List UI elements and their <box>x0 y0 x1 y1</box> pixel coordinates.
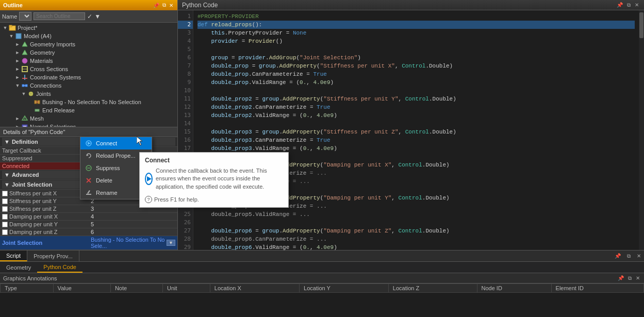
code-float-button[interactable]: ⧉ <box>626 2 632 8</box>
tree-area: ▼ Project* ▼ Model (A4) <box>0 23 177 127</box>
joint-sel-bottom-label: Joint Selection <box>0 236 89 250</box>
code-content[interactable]: #PROPERTY-PROVIDER def reload_props(): t… <box>193 10 639 250</box>
tree-item-coord-systems[interactable]: ► Coordinate Systems <box>0 73 177 81</box>
joint-sel-bottom-value[interactable]: Bushing - No Selection To No Sele... ▼ <box>89 236 177 250</box>
line-num-6: 6 <box>178 54 193 62</box>
sub-tab-geometry[interactable]: Geometry <box>0 262 37 273</box>
tree-item-named-selections[interactable]: ► Named Selections <box>0 123 177 127</box>
tree-item-model[interactable]: ▼ Model (A4) <box>0 32 177 40</box>
materials-icon <box>21 57 29 64</box>
expand-icon[interactable]: ► <box>14 116 21 121</box>
tree-label-joints: Joints <box>36 91 51 97</box>
expand-icon[interactable]: ▼ <box>14 83 21 88</box>
tab-script[interactable]: Script <box>0 251 27 261</box>
damping-y-value[interactable]: 5 <box>89 221 177 228</box>
name-dropdown[interactable] <box>19 12 31 21</box>
expand-icon[interactable]: ► <box>14 58 21 63</box>
line-num-4: 4 <box>178 37 193 45</box>
col-note[interactable]: Note <box>110 284 162 293</box>
tree-item-connections[interactable]: ▼ Connections <box>0 81 177 90</box>
col-element-id[interactable]: Element ID <box>551 284 643 293</box>
svg-rect-11 <box>25 85 27 87</box>
line-num-8: 8 <box>178 70 193 78</box>
tree-item-materials[interactable]: ► Materials <box>0 57 177 65</box>
line-num-17: 17 <box>178 144 193 153</box>
bottom-close-btn[interactable]: ✕ <box>634 251 644 261</box>
tree-item-joints[interactable]: ▼ Joints <box>0 90 177 98</box>
joint-selection-label: Joint Selection <box>12 181 52 188</box>
collapse-icon-joint: ▼ <box>4 181 10 188</box>
damping-z-value[interactable]: 6 <box>89 228 177 236</box>
line-num-9: 9 <box>178 78 193 87</box>
tree-label-project: Project* <box>18 25 38 31</box>
close-button[interactable]: ✕ <box>168 3 174 8</box>
tree-item-mesh[interactable]: ► Mesh <box>0 114 177 123</box>
tree-item-project[interactable]: ▼ Project* <box>0 24 177 32</box>
tree-item-bushing[interactable]: Bushing - No Selection To No Selection <box>0 98 177 106</box>
code-line-8: double_prop.CanParameterize = True <box>197 70 635 78</box>
expand-icon[interactable]: ► <box>14 50 21 55</box>
code-line-14 <box>197 120 635 128</box>
col-unit[interactable]: Unit <box>163 284 210 293</box>
line-num-15: 15 <box>178 128 193 136</box>
bottom-pin-btn[interactable]: 📌 <box>612 251 624 261</box>
expand-icon[interactable]: ▼ <box>2 25 8 30</box>
row-damping-y: Damping per unit Y 5 <box>0 221 177 228</box>
col-value[interactable]: Value <box>53 284 110 293</box>
joint-sel-bottom-text: Bushing - No Selection To No Sele... <box>91 237 167 249</box>
tree-item-geometry[interactable]: ► Geometry <box>0 48 177 57</box>
col-node-id[interactable]: Node ID <box>477 284 551 293</box>
code-close-button[interactable]: ✕ <box>634 2 640 8</box>
pin-button[interactable]: 📌 <box>152 3 160 8</box>
annot-close-btn[interactable]: ✕ <box>635 275 641 281</box>
top-row: Outline 📌 ⧉ ✕ Name ✓ ▼ ▼ <box>0 0 644 250</box>
float-button[interactable]: ⧉ <box>161 2 167 8</box>
damping-y-checkbox[interactable] <box>2 222 8 227</box>
svg-rect-1 <box>9 25 12 27</box>
expand-icon[interactable]: ► <box>14 42 21 47</box>
sub-tab-python-code[interactable]: Python Code <box>37 262 82 273</box>
joint-sel-dropdown-btn[interactable]: ▼ <box>167 240 175 246</box>
svg-rect-18 <box>35 109 39 111</box>
annot-float-btn[interactable]: ⧉ <box>627 275 633 281</box>
code-line-16: double_prop3.CanParameterize = True <box>197 136 635 144</box>
bottom-float-btn[interactable]: ⧉ <box>624 251 634 261</box>
tree-item-end-release[interactable]: End Release <box>0 106 177 114</box>
target-callback-label: Target Callback <box>0 147 89 155</box>
col-location-z[interactable]: Location Z <box>388 284 477 293</box>
damping-x-value[interactable]: 4 <box>89 213 177 221</box>
check-button[interactable]: ✓ <box>87 13 92 20</box>
line-num-2: 2 <box>178 21 193 29</box>
annot-pin-btn[interactable]: 📌 <box>617 275 625 281</box>
expand-icon[interactable]: ▼ <box>21 91 27 96</box>
code-header-controls: 📌 ⧉ ✕ <box>616 2 640 8</box>
col-type[interactable]: Type <box>1 284 54 293</box>
search-input[interactable] <box>34 12 85 20</box>
expand-icon[interactable]: ► <box>14 75 21 80</box>
tree-item-cross-sections[interactable]: ► Cross Sections <box>0 65 177 73</box>
annotations-controls: 📌 ⧉ ✕ <box>617 275 641 281</box>
scrollbar[interactable] <box>639 10 644 250</box>
code-line-3: this.PropertyProvider = None <box>197 29 635 37</box>
stiffness-z-checkbox[interactable] <box>2 206 8 212</box>
row-damping-z: Damping per unit Z 6 <box>0 228 177 236</box>
outline-toolbar: Name ✓ ▼ <box>0 10 177 23</box>
col-location-x[interactable]: Location X <box>210 284 299 293</box>
joints-icon <box>27 90 35 97</box>
expand-icon[interactable]: ▼ <box>8 34 14 39</box>
scroll-thumb[interactable] <box>639 12 643 38</box>
help-circle-icon: ? <box>145 196 152 203</box>
code-pin-button[interactable]: 📌 <box>616 2 624 8</box>
stiffness-y-checkbox[interactable] <box>2 198 8 204</box>
tree-item-geom-imports[interactable]: ► Geometry Imports <box>0 40 177 48</box>
dropdown-button[interactable]: ▼ <box>94 13 101 20</box>
col-location-y[interactable]: Location Y <box>300 284 389 293</box>
code-line-9: double_prop.ValidRange = (0., 4.0e9) <box>197 78 635 87</box>
tab-property-prov[interactable]: Property Prov... <box>27 251 79 261</box>
damping-x-label: Damping per unit X <box>0 213 89 221</box>
code-line-27: double_prop6 = group.AddProperty("Dampin… <box>197 227 635 235</box>
expand-icon[interactable]: ► <box>14 66 21 72</box>
damping-z-checkbox[interactable] <box>2 229 8 235</box>
damping-x-checkbox[interactable] <box>2 214 8 220</box>
stiffness-x-checkbox[interactable] <box>2 191 8 196</box>
